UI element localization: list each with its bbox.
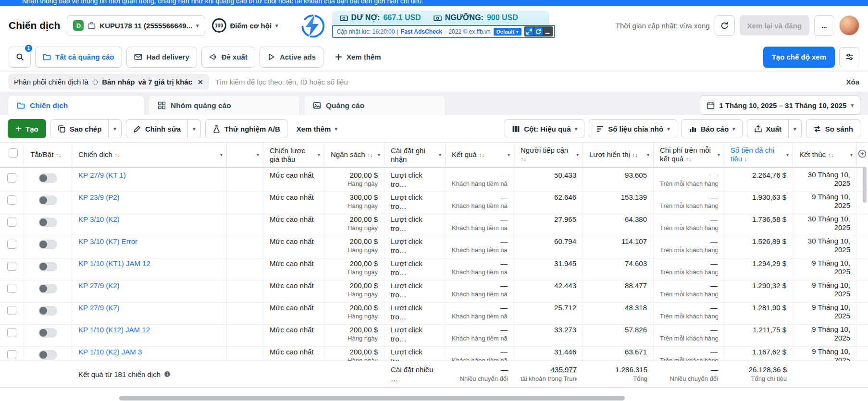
row-checkbox[interactable] — [7, 328, 16, 337]
campaign-name-link[interactable]: KP 1/10 (KT1) JAM 12 — [78, 259, 150, 267]
chevron-down-icon[interactable]: ▾ — [439, 152, 441, 158]
row-checkbox[interactable] — [7, 262, 16, 271]
row-checkbox[interactable] — [7, 284, 16, 293]
review-publish-button[interactable]: Xem lại và đăng — [740, 15, 809, 36]
footer-reach[interactable]: 435.977 — [521, 365, 577, 374]
tab-campaigns[interactable]: Chiến dịch — [8, 95, 145, 115]
impressions-value: 153.139 — [583, 190, 654, 214]
campaign-toggle[interactable] — [38, 284, 57, 293]
clear-filters-button[interactable]: Xóa — [846, 78, 859, 86]
campaign-name-link[interactable]: KP 1/10 (K2) JAM 3 — [78, 348, 142, 356]
minimize-icon[interactable] — [544, 27, 552, 36]
columns-button[interactable]: Cột: Hiệu quả ▾ — [505, 119, 584, 138]
cost-per-result-value: — — [660, 215, 718, 224]
amount-spent-value: 1.167,62 $ — [724, 344, 793, 361]
column-header-budget[interactable]: Ngân sách ↑↓▾ — [324, 143, 384, 168]
export-button[interactable]: Xuất — [747, 119, 789, 138]
column-header-campaign[interactable]: Chiến dịch ↑↓▾ — [72, 143, 227, 168]
campaign-toggle[interactable] — [38, 350, 57, 360]
campaign-toggle[interactable] — [38, 328, 57, 338]
duplicate-dropdown[interactable]: ▾ — [109, 119, 122, 138]
campaign-name-link[interactable]: KP 23/9 (P2) — [78, 193, 120, 201]
campaign-toggle[interactable] — [38, 306, 57, 316]
refresh-icon[interactable] — [534, 27, 543, 36]
edit-button[interactable]: Chỉnh sửa — [126, 119, 188, 138]
ab-test-button[interactable]: Thử nghiệm A/B — [205, 119, 287, 138]
column-header-reach[interactable]: Người tiếp cận ↑↓▾ — [514, 143, 583, 168]
select-all-checkbox[interactable] — [9, 148, 18, 158]
row-checkbox[interactable] — [7, 218, 16, 227]
remove-filter-icon[interactable]: ✕ — [198, 78, 203, 86]
avatar[interactable] — [839, 15, 859, 36]
view-tab-all-ads[interactable]: Tất cả quảng cáo — [35, 47, 122, 68]
chevron-down-icon[interactable]: ▾ — [257, 152, 259, 158]
account-selector[interactable]: D KUPU178 11 (2555566649... ▾ — [67, 15, 205, 36]
info-icon[interactable] — [164, 371, 171, 377]
row-checkbox[interactable] — [7, 195, 16, 205]
reports-button[interactable]: Báo cáo ▾ — [682, 119, 743, 138]
row-checkbox[interactable] — [7, 350, 16, 359]
campaign-name-link[interactable]: KP 27/9 (K7) — [78, 304, 120, 312]
tab-ad-sets[interactable]: Nhóm quảng cáo — [149, 95, 300, 115]
date-range-picker[interactable]: 1 Tháng 10, 2025 – 31 Tháng 10, 2025 ▾ — [700, 96, 860, 115]
chevron-down-icon[interactable]: ▾ — [786, 152, 789, 158]
refresh-button[interactable] — [715, 15, 735, 36]
filter-search-input[interactable] — [215, 78, 840, 86]
chevron-down-icon[interactable]: ▾ — [378, 152, 380, 158]
campaign-name-link[interactable]: KP 1/10 (K12) JAM 12 — [78, 326, 150, 334]
chevron-down-icon[interactable]: ▾ — [318, 152, 320, 158]
campaign-name-link[interactable]: KP 3/10 (K2) — [78, 215, 120, 223]
column-header-amount-spent[interactable]: Số tiền đã chi tiêu ↓▾ — [724, 143, 793, 168]
campaign-name-link[interactable]: KP 27/9 (K2) — [78, 281, 120, 290]
view-settings-button[interactable] — [839, 47, 859, 67]
more-options-button[interactable]: ... — [814, 15, 834, 36]
chevron-down-icon[interactable]: ▾ — [647, 152, 649, 158]
vertical-scrollbar[interactable] — [863, 167, 867, 203]
view-tabs-more-button[interactable]: Xem thêm — [328, 53, 388, 61]
row-checkbox[interactable] — [7, 306, 16, 315]
view-tab-suggestions[interactable]: Đề xuất — [201, 47, 255, 68]
campaign-toggle[interactable] — [38, 262, 57, 271]
campaign-name-link[interactable]: KP 3/10 (K7) Error — [78, 237, 137, 245]
chevron-down-icon[interactable]: ▾ — [508, 152, 510, 158]
add-column-icon[interactable] — [858, 149, 867, 158]
campaign-toggle[interactable] — [38, 218, 57, 227]
campaign-toggle[interactable] — [38, 173, 57, 183]
column-header-attribution[interactable]: Cài đặt ghi nhận▾ — [384, 143, 446, 168]
column-header-blank[interactable]: ▾ — [227, 143, 263, 168]
export-dropdown[interactable]: ▾ — [789, 119, 802, 138]
chevron-down-icon[interactable]: ▾ — [718, 152, 720, 158]
campaign-name-link[interactable]: KP 27/9 (KT 1) — [78, 171, 126, 179]
expand-icon[interactable] — [525, 27, 533, 36]
column-header-impressions[interactable]: Lượt hiển thị ↑↓▾ — [583, 143, 654, 168]
toolbar-more-button[interactable]: Xem thêm ▾ — [292, 125, 342, 133]
column-header-results[interactable]: Kết quả ↑↓▾ — [446, 143, 514, 168]
compare-button[interactable]: So sánh — [806, 119, 860, 138]
view-tab-active-ads[interactable]: Active ads — [260, 47, 323, 68]
chevron-down-icon[interactable]: ▾ — [576, 152, 579, 158]
horizontal-scrollbar[interactable] — [119, 396, 625, 401]
opportunity-score-button[interactable]: 100 Điểm cơ hội ▾ — [212, 18, 278, 33]
amount-spent-value: 1.211,75 $ — [724, 322, 793, 347]
duplicate-button[interactable]: Sao chép — [50, 119, 109, 138]
tab-ads[interactable]: Quảng cáo — [304, 95, 446, 115]
chevron-down-icon[interactable]: ▾ — [850, 152, 853, 158]
column-header-toggle[interactable]: Tắt/Bật ↑↓ — [24, 143, 72, 168]
delivery-filter-chip[interactable]: Phân phối chiến dịch là Bản nháp và 7 gi… — [9, 74, 209, 89]
search-button[interactable]: 1 — [9, 47, 31, 68]
campaign-toggle[interactable] — [38, 195, 57, 205]
edit-dropdown[interactable]: ▾ — [188, 119, 201, 138]
adscheck-default-select[interactable]: Default ▾ — [494, 28, 521, 36]
view-tab-had-delivery[interactable]: Had delivery — [126, 47, 197, 68]
campaign-toggle[interactable] — [38, 240, 57, 249]
row-checkbox[interactable] — [7, 240, 16, 249]
create-view-button[interactable]: Tạo chế độ xem — [763, 47, 835, 68]
chevron-down-icon[interactable]: ▾ — [220, 152, 223, 158]
column-header-ends[interactable]: Kết thúc ↑↓▾ — [793, 143, 857, 168]
column-header-bid-strategy[interactable]: Chiến lược giá thầu▾ — [263, 143, 324, 168]
bid-strategy-cell: Mức cao nhất — [263, 344, 324, 361]
breakdown-button[interactable]: Số liệu chia nhỏ ▾ — [589, 119, 677, 138]
row-checkbox[interactable] — [7, 173, 16, 182]
column-header-cost-per-result[interactable]: Chi phí trên mỗi kết quả ↑↓▾ — [654, 143, 724, 168]
create-button[interactable]: Tạo — [8, 119, 46, 138]
